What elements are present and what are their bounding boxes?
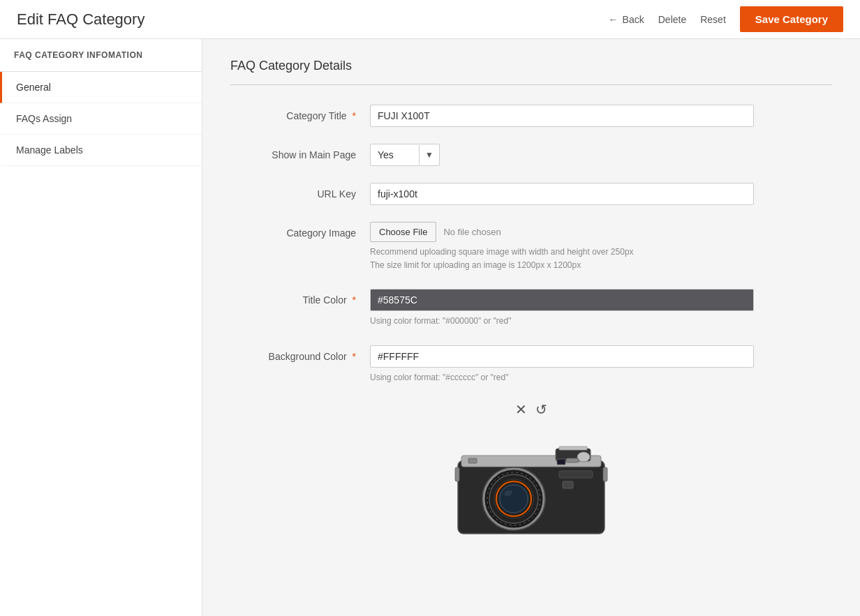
svg-rect-20 (455, 467, 459, 481)
refresh-image-button[interactable]: ↺ (535, 401, 547, 418)
back-arrow-icon: ← (609, 14, 618, 25)
sidebar-item-general[interactable]: General (0, 72, 202, 103)
url-key-wrap (370, 183, 754, 205)
category-image-label: Category Image (230, 222, 370, 239)
reset-button[interactable]: Reset (700, 14, 726, 25)
main-layout: FAQ CATEGORY INFOMATION General FAQs Ass… (0, 39, 860, 616)
background-color-hint: Using color format: "#cccccc" or "red" (370, 371, 754, 384)
image-action-buttons: ✕ ↺ (515, 401, 547, 418)
category-image-row: Category Image Choose File No file chose… (230, 222, 832, 272)
category-title-wrap (370, 105, 754, 127)
choose-file-button[interactable]: Choose File (370, 222, 436, 242)
svg-rect-14 (468, 458, 477, 463)
url-key-row: URL Key (230, 183, 832, 205)
image-hint: Recommend uploading square image with wi… (370, 246, 754, 272)
page-title: Edit FAQ Category (17, 10, 144, 29)
refresh-icon: ↺ (535, 402, 547, 417)
background-color-row: Background Color * Using color format: "… (230, 345, 832, 384)
sidebar: FAQ CATEGORY INFOMATION General FAQs Ass… (0, 39, 202, 616)
save-category-button[interactable]: Save Category (740, 6, 843, 32)
svg-point-12 (577, 452, 590, 462)
show-main-page-row: Show in Main Page Yes ▼ (230, 144, 832, 166)
section-title: FAQ Category Details (230, 59, 832, 73)
category-title-input[interactable] (370, 105, 754, 127)
page-header: Edit FAQ Category ← Back Delete Reset Sa… (0, 0, 860, 39)
svg-rect-3 (559, 446, 587, 450)
show-main-page-label: Show in Main Page (230, 144, 370, 160)
main-content: FAQ Category Details Category Title * Sh… (202, 39, 860, 616)
svg-rect-17 (559, 471, 593, 478)
header-actions: ← Back Delete Reset Save Category (609, 6, 843, 32)
delete-button[interactable]: Delete (658, 14, 686, 25)
file-input-wrap: Choose File No file chosen (370, 222, 754, 242)
category-title-row: Category Title * (230, 105, 832, 127)
remove-icon: ✕ (515, 402, 527, 417)
background-color-label: Background Color * (230, 345, 370, 362)
category-title-label: Category Title * (230, 105, 370, 121)
svg-rect-18 (563, 481, 573, 488)
image-preview-area: ✕ ↺ (230, 401, 832, 541)
required-star-title: * (353, 294, 356, 306)
sidebar-item-faqs-assign[interactable]: FAQs Assign (0, 103, 202, 135)
remove-image-button[interactable]: ✕ (515, 401, 527, 418)
show-main-page-wrap: Yes ▼ (370, 144, 754, 166)
file-name-display: No file chosen (443, 227, 501, 237)
category-image-wrap: Choose File No file chosen Recommend upl… (370, 222, 754, 272)
sidebar-item-manage-labels[interactable]: Manage Labels (0, 135, 202, 166)
title-color-wrap: Using color format: "#000000" or "red" (370, 289, 754, 328)
svg-rect-13 (566, 458, 579, 463)
sidebar-section-title: FAQ CATEGORY INFOMATION (0, 39, 202, 72)
show-main-page-select[interactable]: Yes ▼ (370, 144, 440, 166)
title-color-hint: Using color format: "#000000" or "red" (370, 315, 754, 328)
section-divider (230, 84, 832, 85)
background-color-input[interactable] (370, 345, 754, 368)
chevron-down-icon[interactable]: ▼ (419, 145, 439, 165)
back-button[interactable]: ← Back (609, 14, 644, 25)
camera-svg (451, 429, 611, 541)
url-key-input[interactable] (370, 183, 754, 205)
title-color-input[interactable] (370, 289, 754, 311)
background-color-wrap: Using color format: "#cccccc" or "red" (370, 345, 754, 384)
svg-rect-19 (557, 459, 565, 465)
title-color-row: Title Color * Using color format: "#0000… (230, 289, 832, 328)
required-star: * (353, 110, 356, 121)
required-star-bg: * (353, 351, 356, 362)
svg-point-8 (498, 483, 529, 514)
url-key-label: URL Key (230, 183, 370, 200)
camera-image-preview (451, 429, 611, 541)
select-value: Yes (371, 144, 419, 165)
title-color-label: Title Color * (230, 289, 370, 306)
svg-rect-21 (603, 467, 607, 481)
